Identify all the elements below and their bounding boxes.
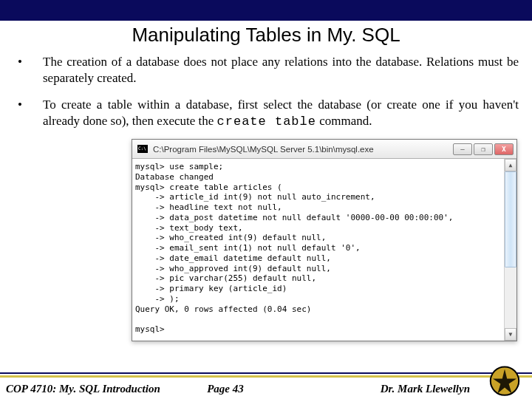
- footer-row: COP 4710: My. SQL Introduction Page 43 D…: [0, 378, 532, 399]
- window-body: mysql> use sample; Database changed mysq…: [132, 159, 516, 341]
- command-window: C:\Program Files\MySQL\MySQL Server 5.1\…: [132, 139, 517, 341]
- footer-page: Page 43: [207, 383, 316, 395]
- footer-divider: [0, 372, 532, 378]
- window-title-path: C:\Program Files\MySQL\MySQL Server 5.1\…: [153, 145, 453, 154]
- scroll-up-button[interactable]: ▲: [505, 159, 516, 171]
- cmd-icon: [137, 144, 149, 154]
- header-bar: [0, 0, 532, 21]
- slide-title: Manipulating Tables in My. SQL: [0, 21, 532, 54]
- slide-body: • The creation of a database does not pl…: [0, 54, 532, 130]
- maximize-button[interactable]: ❐: [474, 143, 493, 155]
- window-buttons: — ❐ X: [453, 143, 514, 155]
- close-button[interactable]: X: [494, 143, 514, 155]
- footer: COP 4710: My. SQL Introduction Page 43 D…: [0, 372, 532, 399]
- ucf-logo-icon: [483, 362, 526, 398]
- scroll-down-button[interactable]: ▼: [505, 328, 516, 341]
- bullet-text: To create a table within a database, fir…: [43, 97, 519, 130]
- bullet-item: • To create a table within a database, f…: [18, 97, 519, 130]
- bullet-item: • The creation of a database does not pl…: [18, 54, 519, 86]
- scroll-track[interactable]: [505, 171, 516, 328]
- footer-course: COP 4710: My. SQL Introduction: [6, 383, 207, 395]
- bullet-marker: •: [18, 54, 43, 86]
- window-titlebar[interactable]: C:\Program Files\MySQL\MySQL Server 5.1\…: [132, 140, 516, 159]
- scrollbar[interactable]: ▲ ▼: [504, 159, 516, 341]
- bullet-text: The creation of a database does not plac…: [43, 54, 519, 86]
- bullet-text-tail: command.: [319, 114, 372, 128]
- bullet-marker: •: [18, 97, 43, 130]
- console-output[interactable]: mysql> use sample; Database changed mysq…: [132, 159, 504, 341]
- inline-command: create table: [217, 115, 316, 129]
- scroll-thumb[interactable]: [505, 171, 516, 267]
- minimize-button[interactable]: —: [453, 143, 472, 155]
